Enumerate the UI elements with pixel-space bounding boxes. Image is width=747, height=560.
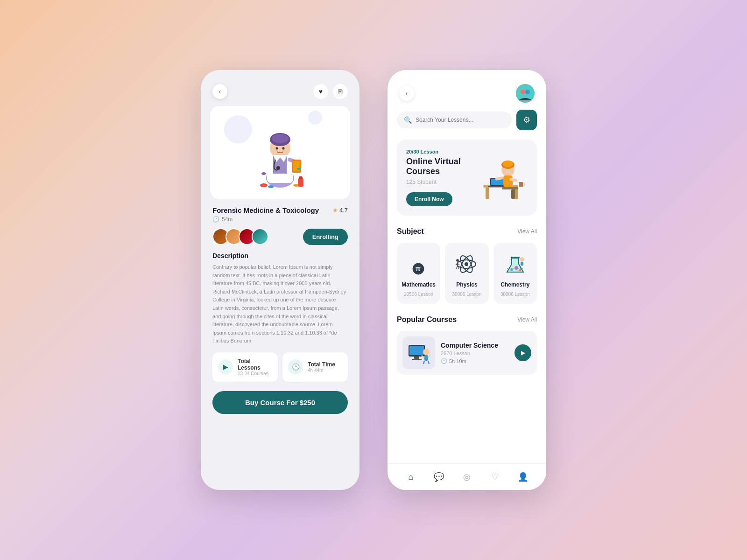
nav-favorites[interactable]: ♡ xyxy=(487,469,502,484)
svg-point-52 xyxy=(510,268,513,271)
rating-value: 4.7 xyxy=(339,207,348,214)
svg-point-7 xyxy=(282,147,285,150)
subject-card-mathematics[interactable]: π Mathematics 20506 Lesson xyxy=(397,243,440,304)
svg-text:π: π xyxy=(416,265,421,273)
lessons-info: Total Lessons 13-34 Courses xyxy=(238,358,272,376)
svg-rect-37 xyxy=(519,182,523,187)
subjects-grid: π Mathematics 20506 Lesson xyxy=(397,243,537,304)
time-icon: 🕐 xyxy=(288,359,303,374)
mathematics-icon: π xyxy=(405,250,433,278)
svg-rect-33 xyxy=(503,175,513,187)
avatar-4 xyxy=(252,228,268,245)
subject-view-all[interactable]: View All xyxy=(517,228,537,235)
svg-rect-60 xyxy=(414,357,419,359)
svg-point-6 xyxy=(276,147,278,150)
svg-point-17 xyxy=(261,172,266,175)
time-value: 5h 10m xyxy=(449,358,466,364)
lessons-icon: ▶ xyxy=(218,359,233,374)
header-actions: ♥ ⎘ xyxy=(313,84,348,99)
search-row: 🔍 ⚙ xyxy=(397,110,537,130)
search-input[interactable] xyxy=(416,117,505,123)
back-button[interactable]: ‹ xyxy=(212,84,227,99)
svg-point-5 xyxy=(272,134,289,143)
svg-point-32 xyxy=(503,161,513,167)
svg-point-21 xyxy=(525,90,530,94)
enroll-button[interactable]: Enrolling xyxy=(303,229,348,245)
time-label: Total Time xyxy=(308,361,342,368)
favorite-button[interactable]: ♥ xyxy=(313,84,328,99)
bottom-navigation: ⌂ 💬 ◎ ♡ 👤 xyxy=(388,463,546,490)
lessons-value: 13-34 Courses xyxy=(238,371,272,376)
description-text: Contrary to popular belief, Lorem Ipsum … xyxy=(212,263,348,345)
svg-point-12 xyxy=(260,183,268,187)
favorites-icon: ♡ xyxy=(491,472,499,482)
description-title: Description xyxy=(212,252,348,259)
hero-illustration-area xyxy=(210,106,350,199)
profile-icon: 👤 xyxy=(518,472,528,482)
svg-rect-56 xyxy=(521,262,523,266)
svg-rect-15 xyxy=(298,178,303,187)
svg-rect-23 xyxy=(486,188,489,199)
physics-name: Physics xyxy=(456,281,477,288)
banner-badge: 20/30 Lesson xyxy=(406,149,476,154)
svg-rect-26 xyxy=(511,189,515,199)
banner-enroll-button[interactable]: Enroll Now xyxy=(406,192,452,206)
total-time-card: 🕐 Total Time 4h 44m xyxy=(282,352,348,382)
banner-illustration xyxy=(476,152,528,203)
clock-icon: 🕐 xyxy=(441,358,447,364)
subject-card-physics[interactable]: Physics 30006 Lesson xyxy=(445,243,488,304)
nav-profile[interactable]: 👤 xyxy=(515,469,530,484)
svg-point-53 xyxy=(514,266,518,270)
subject-title: Subject xyxy=(397,227,424,236)
avatar-stack xyxy=(212,228,268,245)
nav-chat[interactable]: 💬 xyxy=(431,469,446,484)
course-info: Computer Science 2670 Lesson 🕐 5h 10m xyxy=(441,342,509,364)
duration: 54m xyxy=(222,216,233,223)
right-phone: ‹ 🔍 ⚙ 20/30 Lesson Online Virtual Course… xyxy=(388,70,546,490)
home-icon: ⌂ xyxy=(409,472,414,482)
svg-rect-61 xyxy=(412,359,422,360)
star-icon: ★ xyxy=(332,207,338,214)
nav-explore[interactable]: ◎ xyxy=(459,469,474,484)
doctor-illustration xyxy=(243,113,317,192)
subject-card-chemistry[interactable]: Chemestry 30006 Lesson xyxy=(493,243,537,304)
svg-point-13 xyxy=(268,185,274,188)
computer-science-card[interactable]: Computer Science 2670 Lesson 🕐 5h 10m ▶ xyxy=(397,331,537,375)
physics-icon xyxy=(453,250,481,278)
right-phone-header: ‹ xyxy=(397,79,537,110)
svg-rect-51 xyxy=(511,257,520,259)
share-button[interactable]: ⎘ xyxy=(333,84,348,99)
nav-home[interactable]: ⌂ xyxy=(403,469,418,484)
lessons-label: Total Lessons xyxy=(238,358,272,371)
search-icon: 🔍 xyxy=(404,116,412,124)
banner-title: Online Virtual Courses xyxy=(406,157,476,176)
popular-view-all[interactable]: View All xyxy=(517,316,537,323)
course-title: Forensic Medicine & Toxicology xyxy=(212,206,319,214)
course-thumbnail xyxy=(402,336,435,369)
buy-button[interactable]: Buy Course For $250 xyxy=(212,391,348,414)
left-phone-header: ‹ ♥ ⎘ xyxy=(210,79,350,101)
svg-line-49 xyxy=(456,266,458,269)
course-lessons: 2670 Lesson xyxy=(441,350,509,356)
chat-icon: 💬 xyxy=(434,472,444,482)
settings-button[interactable]: ⚙ xyxy=(516,110,537,130)
total-lessons-card: ▶ Total Lessons 13-34 Courses xyxy=(212,352,278,382)
time-info: Total Time 4h 44m xyxy=(308,361,342,373)
right-back-button[interactable]: ‹ xyxy=(399,86,414,101)
banner-content: 20/30 Lesson Online Virtual Courses 125 … xyxy=(406,149,476,206)
svg-point-20 xyxy=(521,90,525,94)
svg-point-18 xyxy=(297,168,301,170)
left-phone: ‹ ♥ ⎘ xyxy=(201,70,359,490)
svg-point-55 xyxy=(520,257,524,262)
play-button[interactable]: ▶ xyxy=(514,344,531,361)
popular-section-header: Popular Courses View All xyxy=(397,315,537,324)
search-box[interactable]: 🔍 xyxy=(397,112,512,128)
svg-rect-59 xyxy=(409,346,424,355)
popular-title: Popular Courses xyxy=(397,315,457,324)
stats-row: ▶ Total Lessons 13-34 Courses 🕐 Total Ti… xyxy=(212,352,348,382)
chemistry-lessons: 30006 Lesson xyxy=(500,292,530,297)
banner-card: 20/30 Lesson Online Virtual Courses 125 … xyxy=(397,140,537,216)
user-avatar[interactable] xyxy=(516,84,535,103)
physics-lessons: 30006 Lesson xyxy=(452,292,482,297)
course-name: Computer Science xyxy=(441,342,509,349)
